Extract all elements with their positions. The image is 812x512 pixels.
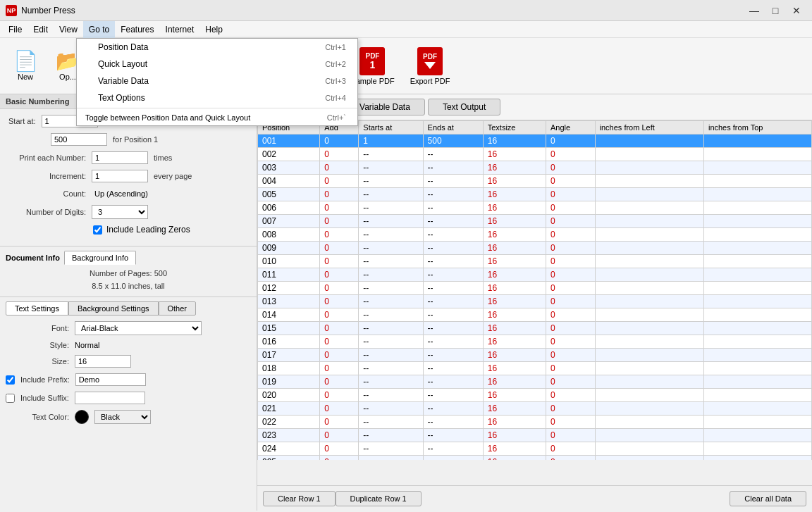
other-tab[interactable]: Other: [159, 301, 197, 316]
table-cell: 0: [546, 295, 595, 308]
table-cell: 0: [546, 442, 595, 456]
dropdown-position-data[interactable]: Position Data Ctrl+1: [77, 39, 357, 56]
table-row[interactable]: 0060----160: [258, 201, 812, 215]
table-cell: 0: [546, 375, 595, 389]
menu-edit[interactable]: Edit: [27, 21, 54, 38]
table-row[interactable]: 0170----160: [258, 349, 812, 362]
minimize-button[interactable]: —: [744, 3, 764, 18]
table-cell: [703, 335, 811, 349]
leading-zeros-checkbox[interactable]: [93, 225, 102, 235]
table-cell: [703, 175, 811, 188]
table-scroll[interactable]: Position Add Starts at Ends at Textsize …: [257, 120, 812, 460]
export-pdf-button[interactable]: PDF Export PDF: [404, 41, 457, 92]
end-at-row: for Position 1: [51, 133, 248, 146]
table-cell: 0: [320, 148, 359, 161]
increment-input[interactable]: [92, 170, 148, 182]
table-row[interactable]: 0030----160: [258, 161, 812, 175]
background-info-tab[interactable]: Background Info: [64, 251, 136, 265]
table-cell: --: [359, 429, 423, 442]
include-prefix-checkbox[interactable]: [6, 375, 15, 385]
num-digits-select[interactable]: 3 1 2 4 5: [92, 205, 148, 219]
maximize-button[interactable]: □: [765, 3, 785, 18]
table-row[interactable]: 0020----160: [258, 148, 812, 161]
size-input[interactable]: [75, 355, 131, 368]
menu-view[interactable]: View: [54, 21, 83, 38]
dropdown-toggle[interactable]: Toggle between Position Data and Quick L…: [77, 110, 357, 125]
new-button[interactable]: 📄 New: [6, 41, 45, 92]
dropdown-variable-data[interactable]: Variable Data Ctrl+3: [77, 73, 357, 89]
table-cell: 0: [546, 161, 595, 175]
include-suffix-checkbox[interactable]: [6, 394, 15, 403]
table-row[interactable]: 0070----160: [258, 215, 812, 228]
table-cell: 0: [546, 188, 595, 201]
table-cell: 0: [320, 255, 359, 268]
end-at-input[interactable]: [51, 133, 107, 146]
bottom-toolbar: Clear Row 1 Duplicate Row 1 Clear all Da…: [257, 485, 812, 511]
tab-text-output[interactable]: Text Output: [428, 99, 500, 115]
table-row[interactable]: 0180----160: [258, 362, 812, 375]
duplicate-row-button[interactable]: Duplicate Row 1: [336, 491, 422, 506]
table-row[interactable]: 0050----160: [258, 188, 812, 201]
table-cell: 0: [320, 349, 359, 362]
table-cell: 021: [258, 402, 320, 416]
menu-goto[interactable]: Go to: [83, 21, 115, 38]
menu-bar: File Edit View Go to Features Internet H…: [0, 21, 812, 38]
table-row[interactable]: 0160----160: [258, 335, 812, 349]
open-label: Op...: [59, 73, 76, 81]
table-cell: 16: [483, 242, 546, 255]
table-row[interactable]: 0240----160: [258, 442, 812, 456]
times-label: times: [154, 154, 172, 162]
table-cell: 16: [483, 295, 546, 308]
table-cell: --: [359, 442, 423, 456]
table-cell: 0: [320, 335, 359, 349]
table-cell: [595, 322, 703, 335]
dropdown-quick-layout[interactable]: Quick Layout Ctrl+2: [77, 56, 357, 73]
style-row: Style: Normal: [6, 341, 251, 349]
clear-row-button[interactable]: Clear Row 1: [263, 491, 336, 506]
menu-file[interactable]: File: [3, 21, 27, 38]
table-row[interactable]: 00101500160: [258, 135, 812, 148]
table-row[interactable]: 0130----160: [258, 295, 812, 308]
close-button[interactable]: ✕: [787, 3, 806, 18]
num-pages-row: Number of Pages: 500: [6, 268, 251, 280]
font-row: Font: Arial-Black Arial Times New Roman: [6, 321, 251, 335]
table-row[interactable]: 0100----160: [258, 255, 812, 268]
table-cell: 0: [320, 268, 359, 282]
text-settings-tabs: Text Settings Background Settings Other: [6, 301, 251, 316]
table-cell: 023: [258, 429, 320, 442]
dropdown-item-label: Toggle between Position Data and Quick L…: [85, 113, 250, 122]
sample-pdf-icon: PDF 1: [359, 47, 385, 75]
table-row[interactable]: 0200----160: [258, 389, 812, 402]
table-row[interactable]: 0120----160: [258, 282, 812, 295]
table-row[interactable]: 0110----160: [258, 268, 812, 282]
table-row[interactable]: 0210----160: [258, 402, 812, 416]
table-cell: 0: [320, 322, 359, 335]
table-cell: 015: [258, 322, 320, 335]
menu-help[interactable]: Help: [199, 21, 228, 38]
table-row[interactable]: 0230----160: [258, 429, 812, 442]
print-each-input[interactable]: [92, 151, 148, 164]
table-cell: [703, 429, 811, 442]
suffix-input[interactable]: [75, 392, 145, 404]
table-row[interactable]: 0220----160: [258, 416, 812, 429]
clear-all-data-button[interactable]: Clear all Data: [730, 491, 806, 506]
dropdown-text-options[interactable]: Text Options Ctrl+4: [77, 89, 357, 106]
prefix-input[interactable]: [75, 373, 146, 386]
background-settings-tab[interactable]: Background Settings: [68, 301, 159, 316]
table-row[interactable]: 0080----160: [258, 228, 812, 242]
text-color-select[interactable]: Black White Red Blue: [94, 410, 151, 424]
menu-internet[interactable]: Internet: [160, 21, 200, 38]
table-row[interactable]: 0250----160: [258, 456, 812, 461]
table-row[interactable]: 0140----160: [258, 308, 812, 322]
table-cell: 0: [320, 295, 359, 308]
table-cell: 010: [258, 255, 320, 268]
table-row[interactable]: 0150----160: [258, 322, 812, 335]
table-row[interactable]: 0090----160: [258, 242, 812, 255]
text-settings-tab[interactable]: Text Settings: [6, 301, 68, 316]
font-select[interactable]: Arial-Black Arial Times New Roman: [75, 321, 202, 335]
table-cell: [703, 295, 811, 308]
table-cell: 0: [546, 322, 595, 335]
table-row[interactable]: 0040----160: [258, 175, 812, 188]
menu-features[interactable]: Features: [115, 21, 159, 38]
table-row[interactable]: 0190----160: [258, 375, 812, 389]
